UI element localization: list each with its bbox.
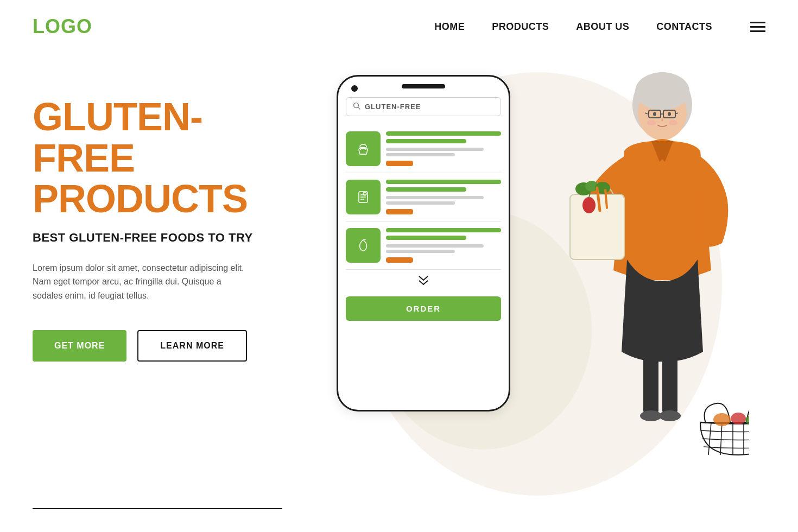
svg-rect-37 [643, 351, 658, 416]
svg-point-22 [669, 120, 677, 125]
bar-long-1 [386, 131, 501, 136]
person-illustration [543, 53, 749, 498]
product-list [346, 125, 501, 270]
bar-medium-3 [386, 236, 466, 240]
product-info-3 [386, 228, 501, 263]
nav-home[interactable]: HOME [434, 21, 465, 33]
product-info-1 [386, 131, 501, 166]
svg-point-40 [659, 410, 681, 421]
header: LOGO HOME PRODUCTS ABOUT US CONTACTS [0, 0, 798, 53]
bar-long-3 [386, 228, 501, 232]
learn-more-button[interactable]: LEARN MORE [137, 330, 247, 362]
svg-point-20 [668, 112, 671, 116]
hamburger-line-1 [750, 22, 765, 23]
svg-point-21 [647, 120, 656, 125]
order-button[interactable]: ORDER [346, 296, 501, 321]
phone-mockup: GLUTEN-FREE [337, 75, 510, 411]
right-section: GLUTEN-FREE [304, 64, 765, 531]
bar-long-2 [386, 180, 501, 184]
phone-screen: GLUTEN-FREE [338, 88, 509, 395]
product-item-1[interactable] [346, 125, 501, 173]
hamburger-line-2 [750, 26, 765, 28]
main-nav: HOME PRODUCTS ABOUT US CONTACTS [434, 21, 765, 33]
svg-point-39 [640, 410, 662, 421]
svg-rect-23 [570, 194, 624, 259]
nav-about[interactable]: ABOUT US [576, 21, 629, 33]
chevron-area [346, 275, 501, 289]
bottom-divider [33, 508, 282, 509]
bar-short1-1 [386, 148, 484, 151]
svg-line-3 [358, 107, 360, 110]
bar-short2-2 [386, 201, 455, 205]
svg-rect-38 [662, 351, 677, 416]
description: Lorem ipsum dolor sit amet, consectetur … [33, 261, 250, 303]
svg-point-35 [731, 413, 746, 425]
product-thumb-2 [346, 180, 381, 214]
price-bar-3 [386, 257, 413, 263]
product-thumb-3 [346, 228, 381, 263]
left-section: GLUTEN-FREE PRODUCTS BEST GLUTEN-FREE FO… [33, 64, 304, 362]
phone-frame: GLUTEN-FREE [337, 75, 510, 411]
svg-line-28 [708, 422, 711, 455]
product-thumb-1 [346, 131, 381, 166]
svg-point-13 [635, 72, 689, 110]
phone-notch [402, 84, 445, 88]
search-icon [353, 102, 360, 111]
cta-buttons: GET MORE LEARN MORE [33, 330, 304, 362]
bar-short1-3 [386, 244, 484, 248]
bar-medium-2 [386, 187, 466, 192]
price-bar-2 [386, 209, 413, 214]
search-bar[interactable]: GLUTEN-FREE [346, 97, 501, 116]
subtitle: BEST GLUTEN-FREE FOODS TO TRY [33, 231, 304, 245]
main-title: GLUTEN-FREE PRODUCTS [33, 97, 304, 220]
product-item-2[interactable] [346, 173, 501, 221]
bar-short2-1 [386, 153, 455, 156]
hamburger-menu[interactable] [750, 22, 765, 32]
product-info-2 [386, 180, 501, 214]
search-text: GLUTEN-FREE [365, 103, 421, 111]
svg-point-34 [713, 413, 731, 426]
svg-line-29 [720, 422, 722, 455]
price-bar-1 [386, 161, 413, 166]
bar-short1-2 [386, 196, 484, 199]
product-item-3[interactable] [346, 221, 501, 270]
nav-products[interactable]: PRODUCTS [492, 21, 549, 33]
bar-short2-3 [386, 250, 455, 253]
svg-point-27 [582, 197, 596, 213]
get-more-button[interactable]: GET MORE [33, 330, 126, 362]
logo[interactable]: LOGO [33, 15, 92, 38]
hamburger-line-3 [750, 30, 765, 32]
svg-point-19 [653, 112, 656, 116]
nav-contacts[interactable]: CONTACTS [656, 21, 712, 33]
bar-medium-1 [386, 139, 466, 143]
phone-camera [351, 85, 358, 92]
main-content: GLUTEN-FREE PRODUCTS BEST GLUTEN-FREE FO… [0, 53, 798, 531]
